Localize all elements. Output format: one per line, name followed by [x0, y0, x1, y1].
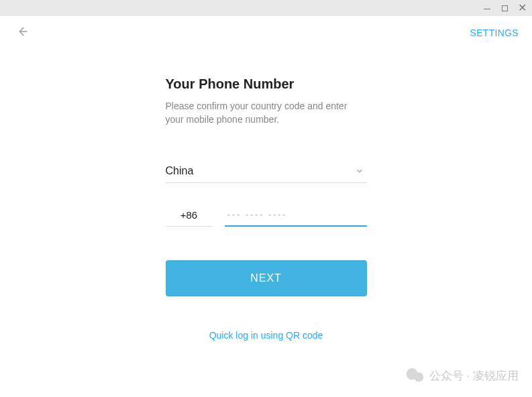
back-button[interactable] [13, 23, 31, 43]
back-arrow-icon [16, 25, 28, 38]
phone-number-input[interactable] [225, 203, 367, 227]
country-select[interactable]: China [166, 160, 367, 183]
page-title: Your Phone Number [166, 76, 367, 92]
dial-code-input[interactable] [166, 203, 213, 227]
settings-link[interactable]: SETTINGS [470, 27, 519, 38]
country-value: China [166, 165, 194, 176]
maximize-button[interactable] [500, 3, 509, 13]
topbar: SETTINGS [0, 16, 532, 50]
minimize-button[interactable] [482, 3, 492, 13]
page-subtitle: Please confirm your country code and ent… [166, 100, 367, 126]
svg-point-2 [414, 372, 423, 382]
close-button[interactable]: ✕ [517, 3, 527, 13]
window-titlebar: ✕ [0, 0, 532, 16]
phone-input-row [166, 203, 367, 227]
login-form: Your Phone Number Please confirm your co… [166, 50, 367, 341]
wechat-icon [405, 367, 424, 384]
qr-login-link[interactable]: Quick log in using QR code [166, 330, 367, 341]
watermark: 公众号 · 凌锐应用 [405, 367, 519, 384]
next-button[interactable]: NEXT [166, 260, 367, 296]
watermark-text: 公众号 · 凌锐应用 [429, 368, 519, 384]
chevron-down-icon [355, 166, 364, 176]
